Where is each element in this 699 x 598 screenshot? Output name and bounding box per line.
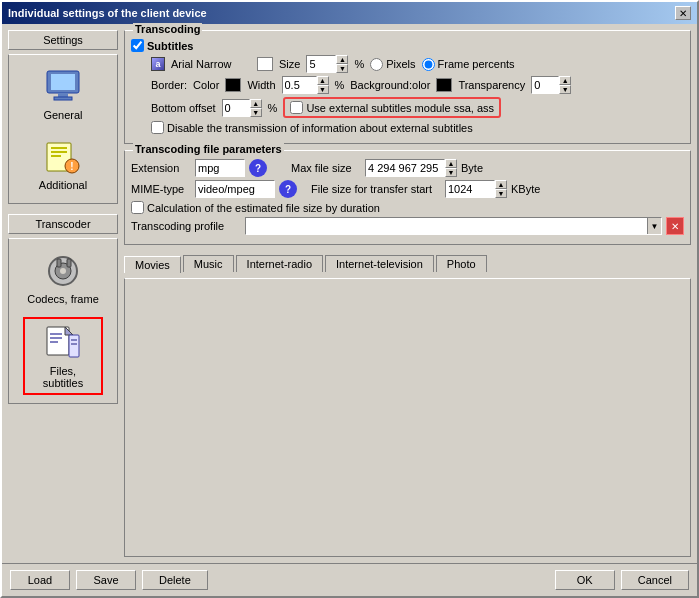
tab-internet-radio[interactable]: Internet-radio	[236, 255, 323, 272]
sidebar-item-additional[interactable]: ! Additional	[23, 133, 103, 195]
max-file-size-spinner: ▲ ▼	[365, 159, 457, 177]
load-button[interactable]: Load	[10, 570, 70, 590]
extension-input[interactable]	[195, 159, 245, 177]
mime-help-icon[interactable]: ?	[279, 180, 297, 198]
save-button[interactable]: Save	[76, 570, 136, 590]
disable-transmission-checkbox[interactable]	[151, 121, 164, 134]
bottom-offset-input[interactable]	[222, 99, 250, 117]
profile-dropdown[interactable]: ▼	[245, 217, 662, 235]
main-window: Individual settings of the client device…	[0, 0, 699, 598]
file-transfer-up[interactable]: ▲	[495, 180, 507, 189]
size-spinner-buttons: ▲ ▼	[336, 55, 348, 73]
bg-color-box[interactable]	[436, 78, 452, 92]
transparency-down-btn[interactable]: ▼	[559, 85, 571, 94]
background-label: Background:olor	[350, 79, 430, 91]
transparency-label: Transparency	[458, 79, 525, 91]
tab-photo[interactable]: Photo	[436, 255, 487, 272]
transparency-up-btn[interactable]: ▲	[559, 76, 571, 85]
file-params-group: Transcoding file parameters Extension ? …	[124, 150, 691, 245]
font-row: a Arial Narrow Size 5 ▲ ▼ %	[151, 55, 684, 73]
font-color-box[interactable]	[257, 57, 273, 71]
close-button[interactable]: ✕	[675, 6, 691, 20]
size-percent: %	[354, 58, 364, 70]
subtitles-label: Subtitles	[147, 40, 193, 52]
max-file-size-up[interactable]: ▲	[445, 159, 457, 168]
bottom-offset-up-btn[interactable]: ▲	[250, 99, 262, 108]
file-transfer-unit: KByte	[511, 183, 540, 195]
file-transfer-input[interactable]	[445, 180, 495, 198]
svg-rect-18	[50, 333, 62, 335]
svg-rect-13	[57, 259, 61, 267]
subtitles-checkbox[interactable]	[131, 39, 144, 52]
pixels-radio-label[interactable]: Pixels	[370, 58, 415, 71]
disable-transmission-label[interactable]: Disable the transmission of information …	[151, 121, 473, 134]
size-input[interactable]: 5	[306, 55, 336, 73]
sidebar-item-files-subtitles[interactable]: Files, subtitles	[23, 317, 103, 395]
sidebar-item-codecs[interactable]: Codecs, frame	[23, 247, 103, 309]
calc-label[interactable]: Calculation of the estimated file size b…	[131, 201, 380, 214]
tab-movies[interactable]: Movies	[124, 256, 181, 273]
subtitles-row: Subtitles	[131, 39, 684, 52]
external-module-label[interactable]: Use external subtitles module ssa, ass	[290, 101, 494, 114]
max-file-size-label: Max file size	[291, 162, 361, 174]
mime-input[interactable]	[195, 180, 275, 198]
codecs-label: Codecs, frame	[27, 293, 99, 305]
ok-button[interactable]: OK	[555, 570, 615, 590]
subtitles-checkbox-label[interactable]: Subtitles	[131, 39, 193, 52]
border-color-box[interactable]	[225, 78, 241, 92]
width-spinner-buttons: ▲ ▼	[317, 76, 329, 94]
border-label: Border:	[151, 79, 187, 91]
width-down-btn[interactable]: ▼	[317, 85, 329, 94]
cancel-button[interactable]: Cancel	[621, 570, 689, 590]
profile-dropdown-btn[interactable]: ▼	[647, 218, 661, 234]
sidebar-item-general[interactable]: General	[23, 63, 103, 125]
max-file-size-down[interactable]: ▼	[445, 168, 457, 177]
svg-rect-14	[67, 259, 71, 267]
codecs-svg-icon	[45, 253, 81, 289]
profile-delete-btn[interactable]: ✕	[666, 217, 684, 235]
frame-percents-radio[interactable]	[422, 58, 435, 71]
width-spinner: ▲ ▼	[282, 76, 329, 94]
tab-music[interactable]: Music	[183, 255, 234, 272]
size-up-btn[interactable]: ▲	[336, 55, 348, 64]
extension-row: Extension ? Max file size ▲ ▼ Byte	[131, 159, 684, 177]
general-label: General	[43, 109, 82, 121]
size-spinner: 5 ▲ ▼	[306, 55, 348, 73]
transcoder-items: Codecs, frame	[8, 238, 118, 404]
transparency-input[interactable]	[531, 76, 559, 94]
calc-checkbox[interactable]	[131, 201, 144, 214]
font-icon: a	[151, 57, 165, 71]
bottom-offset-percent: %	[268, 102, 278, 114]
svg-rect-2	[58, 93, 68, 97]
frame-percents-radio-label[interactable]: Frame percents	[422, 58, 515, 71]
codecs-icon	[43, 251, 83, 291]
external-module-highlighted: Use external subtitles module ssa, ass	[283, 97, 501, 118]
transcoding-title: Transcoding	[133, 23, 202, 35]
file-transfer-down[interactable]: ▼	[495, 189, 507, 198]
files-svg-icon	[45, 325, 81, 361]
transcoding-content: Subtitles a Arial Narrow Size 5	[131, 39, 684, 134]
extension-help-icon[interactable]: ?	[249, 159, 267, 177]
transparency-spinner-buttons: ▲ ▼	[559, 76, 571, 94]
disable-transmission-row: Disable the transmission of information …	[151, 121, 684, 134]
font-name: Arial Narrow	[171, 58, 251, 70]
tab-internet-television[interactable]: Internet-television	[325, 255, 434, 272]
width-input[interactable]	[282, 76, 317, 94]
window-body: Settings General	[2, 24, 697, 563]
delete-button[interactable]: Delete	[142, 570, 208, 590]
bottom-offset-label: Bottom offset	[151, 102, 216, 114]
pixels-radio[interactable]	[370, 58, 383, 71]
transcoding-group: Transcoding Subtitles a Aria	[124, 30, 691, 144]
general-icon	[43, 67, 83, 107]
width-up-btn[interactable]: ▲	[317, 76, 329, 85]
size-down-btn[interactable]: ▼	[336, 64, 348, 73]
max-file-size-input[interactable]	[365, 159, 445, 177]
file-transfer-spinner: ▲ ▼	[445, 180, 507, 198]
border-row: Border: Color Width ▲ ▼ % Background	[151, 76, 684, 94]
file-transfer-buttons: ▲ ▼	[495, 180, 507, 198]
bottom-offset-spinner-buttons: ▲ ▼	[250, 99, 262, 117]
mime-label: MIME-type	[131, 183, 191, 195]
external-module-checkbox[interactable]	[290, 101, 303, 114]
bottom-offset-down-btn[interactable]: ▼	[250, 108, 262, 117]
bottom-offset-spinner: ▲ ▼	[222, 99, 262, 117]
